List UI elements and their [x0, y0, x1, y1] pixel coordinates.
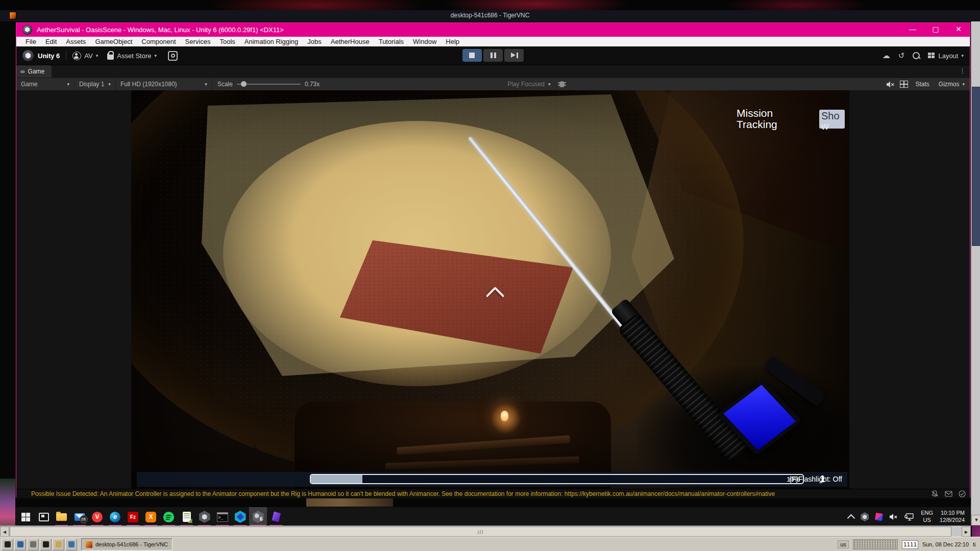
console-message-icon[interactable] — [945, 491, 952, 497]
debug-bug-icon[interactable] — [559, 81, 565, 87]
target-search-icon[interactable] — [168, 51, 178, 61]
menu-tools[interactable]: Tools — [215, 37, 239, 46]
xampp-icon: X — [145, 512, 156, 522]
unity-6-icon: 6 — [253, 511, 264, 523]
stats-label: Stats — [915, 81, 929, 88]
spotify-button[interactable] — [160, 507, 178, 527]
scroll-right-arrow[interactable]: ► — [962, 527, 971, 537]
vnc-horizontal-scrollbar[interactable]: ◄ /// ► — [0, 525, 971, 537]
clock[interactable]: 10:10 PM 12/8/2024 — [940, 510, 965, 524]
search-icon[interactable] — [913, 52, 920, 59]
gizmos-dropdown[interactable]: Gizmos ▾ — [937, 78, 967, 90]
resolution-dropdown[interactable]: Full HD (980x551) ▾ — [116, 78, 212, 90]
vnc-vertical-scrollbar[interactable]: ▼ — [971, 21, 980, 525]
menu-edit[interactable]: Edit — [41, 37, 61, 46]
host-launcher-editor[interactable] — [14, 539, 26, 550]
account-label: AV — [84, 52, 92, 60]
tray-unity-hub-icon[interactable] — [861, 512, 869, 521]
unity-6-button[interactable]: 6 — [249, 507, 267, 527]
view-mode-dropdown[interactable]: Game ▾ — [16, 78, 75, 90]
menu-jobs[interactable]: Jobs — [303, 37, 326, 46]
filezilla-button[interactable]: Fz — [124, 507, 142, 527]
step-button[interactable] — [504, 49, 524, 62]
purple-gem-button[interactable] — [267, 507, 285, 527]
edge-button[interactable]: e — [106, 507, 124, 527]
tab-options-kebab-icon[interactable]: ⋮ — [959, 67, 966, 74]
mute-audio-icon[interactable] — [886, 81, 895, 88]
host-launcher-display[interactable] — [65, 539, 77, 550]
task-view-button[interactable] — [35, 507, 53, 527]
pause-button[interactable] — [483, 49, 503, 62]
chevron-down-icon: ▾ — [205, 82, 207, 87]
mission-tracking-title: Mission Tracking — [737, 108, 798, 131]
cloud-icon[interactable]: ☁ — [883, 51, 890, 60]
scroll-left-arrow[interactable]: ◄ — [0, 527, 9, 537]
unity-status-bar[interactable]: Possible Issue Detected: An Animator Con… — [16, 489, 970, 498]
version-control-button[interactable] — [231, 507, 249, 527]
menu-gameobject[interactable]: GameObject — [90, 37, 137, 46]
start-button[interactable] — [17, 507, 35, 527]
keyboard-layout-indicator[interactable]: us — [838, 540, 849, 548]
notepad-button[interactable] — [178, 507, 195, 527]
language-indicator[interactable]: ENG US — [921, 510, 933, 524]
unity-hub-button[interactable] — [195, 507, 213, 527]
horizontal-scrollbar-thumb[interactable]: /// — [10, 527, 951, 537]
menu-services[interactable]: Services — [181, 37, 215, 46]
menu-window[interactable]: Window — [408, 37, 441, 46]
vivaldi-button[interactable]: V — [88, 507, 106, 527]
mail-button[interactable]: 26 — [70, 507, 88, 527]
frame-debugger-grid-icon[interactable] — [900, 81, 908, 88]
check-circle-icon[interactable] — [959, 490, 966, 497]
menu-aetherhouse[interactable]: AetherHouse — [326, 37, 374, 46]
menu-tutorials[interactable]: Tutorials — [374, 37, 408, 46]
stats-button[interactable]: Stats — [913, 78, 931, 90]
host-launcher-folder[interactable] — [53, 539, 64, 550]
scroll-down-arrow[interactable]: ▼ — [971, 515, 980, 525]
menu-assets[interactable]: Assets — [61, 37, 90, 46]
terminal-icon — [217, 512, 228, 522]
host-launcher-files[interactable] — [27, 539, 39, 550]
stop-icon — [469, 53, 475, 58]
game-viewport[interactable]: Mission Tracking Show 10% 1 (F)Flashligh… — [16, 90, 970, 489]
show-button[interactable]: Show — [819, 110, 845, 129]
host-task-button-vnc[interactable]: desktop-541c686 - TigerVNC — [81, 538, 173, 550]
host-clock[interactable]: Sun, 08 Dec 22:10 — [922, 541, 969, 547]
asset-store-dropdown[interactable]: Asset Store ▾ — [107, 52, 157, 60]
volume-muted-icon[interactable] — [889, 513, 898, 520]
maximize-button[interactable]: ▢ — [924, 23, 947, 37]
account-dropdown[interactable]: AV ▾ — [72, 52, 98, 60]
display-dropdown[interactable]: Display 1 ▾ — [75, 78, 116, 90]
layout-dropdown[interactable]: Layout ▾ — [928, 52, 964, 60]
system-monitor-applet[interactable] — [853, 539, 898, 549]
menu-component[interactable]: Component — [137, 37, 180, 46]
file-explorer-button[interactable] — [53, 507, 70, 527]
tray-version-control-icon[interactable] — [875, 513, 883, 521]
terminal-button[interactable] — [213, 507, 231, 527]
tray-expand-icon[interactable] — [847, 514, 855, 522]
scale-slider[interactable] — [237, 84, 301, 85]
network-display-icon[interactable] — [904, 513, 914, 521]
vnc-titlebar[interactable]: desktop-541c686 - TigerVNC — [0, 10, 980, 22]
screen: desktop-541c686 - TigerVNC AetherSurviva… — [0, 0, 980, 551]
unity-titlebar[interactable]: AetherSurvival - OasisScene - Windows, M… — [16, 23, 970, 37]
gizmos-label: Gizmos — [939, 81, 960, 88]
menu-file[interactable]: File — [21, 37, 41, 46]
notifications-muted-bell-icon[interactable] — [931, 490, 939, 497]
stop-button[interactable] — [462, 49, 482, 62]
region-label: US — [921, 517, 933, 524]
host-launcher-terminal[interactable] — [2, 539, 13, 550]
play-focused-dropdown[interactable]: Play Focused ▾ — [507, 81, 553, 88]
minimize-button[interactable]: — — [901, 23, 924, 37]
history-icon[interactable]: ↺ — [898, 51, 905, 60]
vertical-scrollbar-thumb[interactable] — [972, 87, 980, 246]
lamp — [501, 411, 508, 421]
close-button[interactable]: ✕ — [947, 23, 970, 37]
menu-help[interactable]: Help — [441, 37, 464, 46]
menu-animation-rigging[interactable]: Animation Rigging — [240, 37, 303, 46]
flashlight-status: (F)Flashlight: Off — [789, 475, 842, 483]
host-launcher-monitor[interactable] — [40, 539, 52, 550]
scale-slider-knob[interactable] — [241, 81, 247, 87]
tab-game[interactable]: ∞ Game — [16, 65, 52, 78]
filezilla-icon: Fz — [128, 512, 138, 522]
xampp-button[interactable]: X — [142, 507, 160, 527]
